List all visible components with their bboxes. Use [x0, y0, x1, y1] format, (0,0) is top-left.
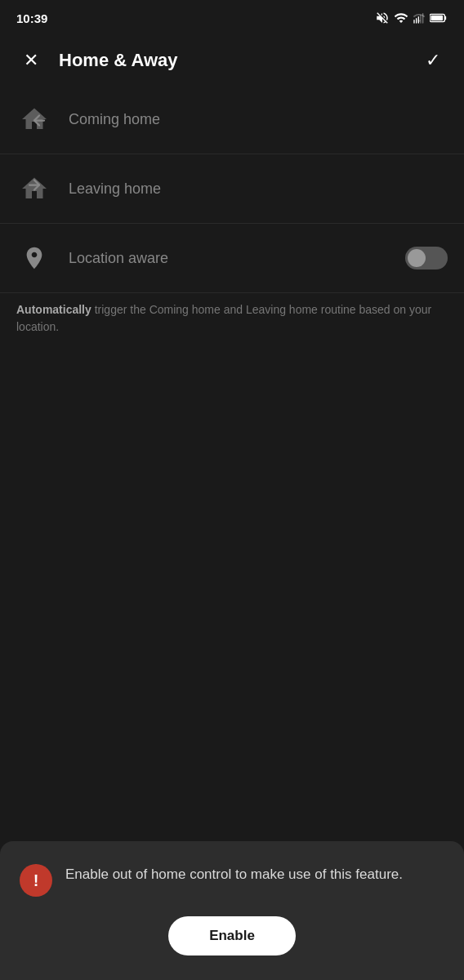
status-icons	[375, 11, 448, 25]
toggle-thumb	[408, 249, 426, 267]
location-aware-item[interactable]: Location aware	[0, 224, 464, 293]
svg-rect-0	[413, 20, 414, 24]
location-description: Automatically trigger the Coming home an…	[0, 293, 464, 352]
bottom-sheet: ! Enable out of home control to make use…	[0, 841, 464, 980]
toggle-track	[405, 247, 448, 270]
error-icon: !	[20, 864, 52, 897]
leaving-home-label: Leaving home	[69, 180, 448, 198]
battery-icon	[430, 11, 448, 24]
status-bar: 10:39	[0, 0, 464, 36]
svg-rect-2	[418, 16, 419, 24]
coming-home-label: Coming home	[69, 111, 448, 128]
status-time: 10:39	[16, 11, 47, 25]
leaving-home-icon	[16, 171, 52, 207]
signal-icon	[413, 11, 426, 24]
svg-rect-4	[422, 13, 423, 24]
coming-home-item[interactable]: Coming home	[0, 85, 464, 154]
header: ✕ Home & Away ✓	[0, 36, 464, 85]
page-title: Home & Away	[46, 50, 418, 71]
mute-icon	[375, 11, 390, 25]
coming-home-icon	[16, 101, 52, 137]
confirm-button[interactable]: ✓	[418, 46, 448, 75]
description-bold: Automatically	[16, 303, 91, 316]
bottom-sheet-actions: Enable	[20, 916, 444, 956]
svg-rect-7	[431, 16, 443, 20]
location-aware-toggle[interactable]	[405, 247, 448, 270]
bottom-sheet-message: Enable out of home control to make use o…	[65, 864, 444, 885]
bottom-sheet-content: ! Enable out of home control to make use…	[20, 864, 444, 897]
enable-button[interactable]: Enable	[168, 916, 296, 956]
leaving-home-item[interactable]: Leaving home	[0, 154, 464, 224]
location-aware-label: Location aware	[69, 250, 405, 267]
wifi-icon	[394, 11, 408, 25]
svg-rect-6	[444, 16, 446, 20]
svg-rect-1	[416, 18, 417, 24]
close-button[interactable]: ✕	[16, 46, 46, 75]
location-icon	[16, 240, 52, 276]
svg-rect-3	[420, 15, 421, 24]
